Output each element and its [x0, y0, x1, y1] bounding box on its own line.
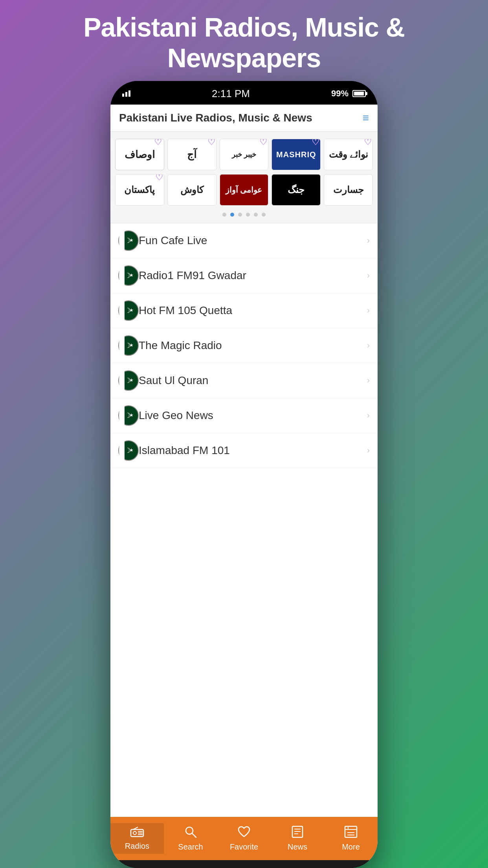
chevron-icon: › — [367, 410, 370, 421]
newspaper-row-2: پاکستان ♡ کاوش عوامی آواز جنگ جسارت — [115, 174, 373, 206]
newspaper-tile-mashriq[interactable]: MASHRIQ ♡ — [272, 139, 321, 170]
menu-icon[interactable]: ≡ — [363, 112, 369, 124]
status-bar: 2:11 PM 99% — [110, 81, 378, 105]
newspaper-carousel: اوصاف ♡ آج ♡ خیبر خبر ♡ MASHRIQ ♡ نوائے … — [110, 132, 378, 223]
battery-icon — [352, 90, 366, 97]
nav-item-more[interactable]: More — [324, 822, 378, 855]
carousel-dot-4[interactable] — [254, 213, 258, 217]
more-icon — [344, 826, 358, 840]
radio-name-saut-ul-quran: Saut Ul Quran — [139, 374, 367, 387]
nav-label-more: More — [342, 842, 360, 851]
radio-icon-radio1-fm91 — [118, 265, 139, 286]
newspaper-tile-jasarat[interactable]: جسارت — [324, 174, 373, 206]
page-title-banner: Pakistani Radios, Music & Newspapers — [0, 0, 488, 81]
status-signal — [122, 90, 130, 97]
page-title: Pakistani Radios, Music & Newspapers — [8, 12, 480, 73]
carousel-dot-0[interactable] — [222, 213, 226, 217]
nav-item-search[interactable]: Search — [164, 822, 217, 855]
svg-point-1 — [133, 831, 136, 835]
newspaper-tile-pakistan[interactable]: پاکستان ♡ — [115, 174, 164, 206]
radio-item-the-magic-radio[interactable]: The Magic Radio › — [110, 328, 378, 363]
chevron-icon: › — [367, 340, 370, 351]
radio-item-islamabad-fm-101[interactable]: Islamabad FM 101 › — [110, 433, 378, 468]
carousel-dots — [115, 210, 373, 218]
status-right: 99% — [331, 88, 366, 99]
chevron-icon: › — [367, 375, 370, 386]
radios-icon — [130, 826, 144, 839]
phone-bottom-bar — [110, 860, 378, 868]
radio-name-fun-cafe: Fun Cafe Live — [139, 234, 367, 247]
carousel-dot-2[interactable] — [238, 213, 242, 217]
radio-icon-magic-radio — [118, 335, 139, 356]
phone-device: 2:11 PM 99% Pakistani Live Radios, Music… — [110, 81, 378, 868]
radio-icon-fun-cafe — [118, 230, 139, 251]
newspaper-tile-nawaqt[interactable]: نوائے وقت ♡ — [324, 139, 373, 170]
nav-item-radios[interactable]: Radios — [110, 823, 164, 854]
carousel-dot-1[interactable] — [230, 213, 234, 217]
radio-icon-saut-ul-quran — [118, 370, 139, 391]
app-screen: Pakistani Live Radios, Music & News ≡ او… — [110, 105, 378, 860]
nav-label-news: News — [288, 842, 307, 851]
nav-label-favorite: Favorite — [230, 842, 258, 851]
newspaper-tile-aaj[interactable]: آج ♡ — [167, 139, 216, 170]
radio-name-magic-radio: The Magic Radio — [139, 339, 367, 352]
carousel-dot-5[interactable] — [262, 213, 266, 217]
news-icon — [292, 826, 303, 840]
chevron-icon: › — [367, 305, 370, 316]
status-time: 2:11 PM — [212, 88, 250, 100]
battery-percent: 99% — [331, 88, 349, 99]
radio-item-live-geo-news[interactable]: Live Geo News › — [110, 398, 378, 433]
newspaper-tile-kawish[interactable]: کاوش — [167, 174, 216, 206]
app-header-title: Pakistani Live Radios, Music & News — [119, 112, 312, 124]
chevron-icon: › — [367, 270, 370, 281]
radio-item-radio1-fm91[interactable]: Radio1 FM91 Gwadar › — [110, 258, 378, 293]
newspaper-row-1: اوصاف ♡ آج ♡ خیبر خبر ♡ MASHRIQ ♡ نوائے … — [115, 139, 373, 170]
newspaper-tile-khyber[interactable]: خیبر خبر ♡ — [220, 139, 269, 170]
favorite-icon — [237, 826, 251, 840]
newspaper-tile-awami[interactable]: عوامی آواز — [220, 174, 269, 206]
bottom-nav: Radios Search Favorite — [110, 817, 378, 860]
chevron-icon: › — [367, 445, 370, 456]
carousel-dot-3[interactable] — [246, 213, 250, 217]
nav-label-search: Search — [178, 842, 203, 851]
chevron-icon: › — [367, 235, 370, 246]
search-icon — [184, 826, 197, 840]
nav-item-favorite[interactable]: Favorite — [217, 822, 271, 855]
app-header: Pakistani Live Radios, Music & News ≡ — [110, 105, 378, 132]
signal-icon — [122, 90, 130, 97]
radio-name-radio1-fm91: Radio1 FM91 Gwadar — [139, 269, 367, 282]
radio-name-hot-fm-105: Hot FM 105 Quetta — [139, 304, 367, 317]
nav-label-radios: Radios — [125, 842, 149, 851]
radio-list: Fun Cafe Live › Radio1 FM91 Gwadar › Hot… — [110, 223, 378, 817]
radio-item-hot-fm-105[interactable]: Hot FM 105 Quetta › — [110, 293, 378, 328]
radio-icon-hot-fm-105 — [118, 300, 139, 321]
radio-name-live-geo-news: Live Geo News — [139, 409, 367, 422]
radio-icon-live-geo-news — [118, 405, 139, 426]
radio-item-fun-cafe-live[interactable]: Fun Cafe Live › — [110, 223, 378, 258]
radio-icon-islamabad-fm-101 — [118, 440, 139, 461]
svg-line-7 — [192, 833, 196, 837]
radio-item-saut-ul-quran[interactable]: Saut Ul Quran › — [110, 363, 378, 398]
radio-name-islamabad-fm-101: Islamabad FM 101 — [139, 444, 367, 457]
nav-item-news[interactable]: News — [271, 822, 324, 855]
newspaper-tile-ausaf[interactable]: اوصاف ♡ — [115, 139, 164, 170]
svg-rect-12 — [345, 826, 357, 837]
newspaper-tile-jang[interactable]: جنگ — [272, 174, 321, 206]
